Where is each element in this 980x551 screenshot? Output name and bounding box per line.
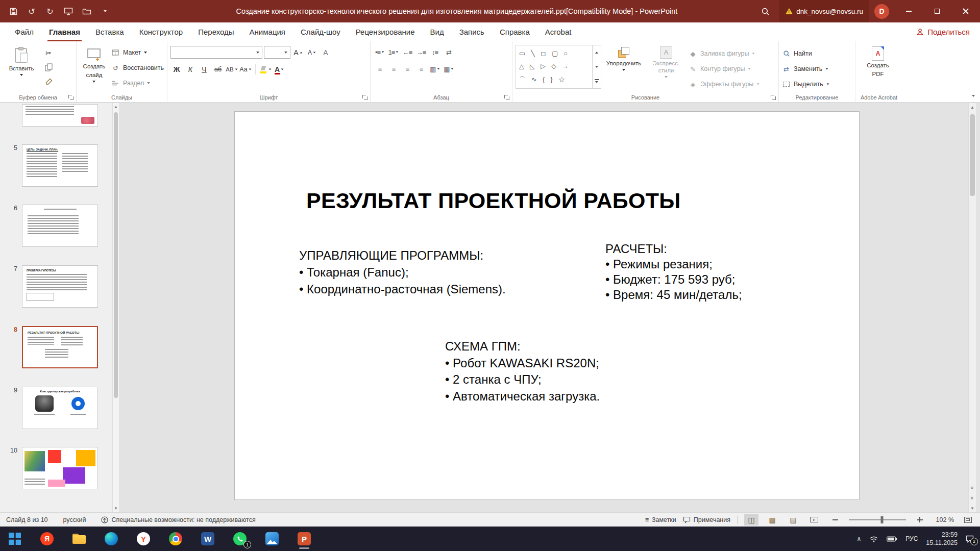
next-slide-button[interactable]: » [969, 495, 976, 501]
zoom-in-button[interactable] [913, 514, 927, 525]
scroll-down-icon[interactable]: ▼ [969, 506, 976, 511]
decrease-indent-button[interactable]: ←≡ [401, 46, 413, 58]
bullets-button[interactable]: •≡ [374, 46, 386, 58]
font-name-combobox[interactable] [170, 46, 262, 59]
battery-button[interactable] [887, 536, 897, 542]
slide-title[interactable]: РЕЗУЛЬТАТ ПРОЕКТНОЙ РАБОТЫ [306, 188, 681, 213]
file-explorer-button[interactable] [71, 529, 87, 549]
character-spacing-button[interactable]: АВ [226, 63, 238, 76]
justify-button[interactable]: ≡ [415, 63, 427, 75]
scrollbar-thumb[interactable] [970, 114, 975, 196]
notes-button[interactable]: ≡Заметки [645, 516, 676, 523]
maximize-button[interactable] [923, 0, 951, 22]
share-button[interactable]: Поделиться [916, 22, 970, 41]
cut-button[interactable]: ✂ [42, 47, 55, 59]
slide-thumbnail-9[interactable]: Конструкторская разработка [22, 387, 98, 429]
text-direction-button[interactable]: ⇄ [443, 46, 455, 58]
copy-button[interactable] [42, 61, 55, 73]
select-button[interactable]: Выделить [782, 78, 829, 91]
scroll-up-icon[interactable]: ▲ [969, 105, 976, 110]
save-button[interactable] [8, 6, 18, 16]
tab-help[interactable]: Справка [492, 22, 537, 41]
shapes-row-1[interactable]: ▭ ╲ ◻ ▢ ○ [519, 49, 589, 57]
new-slide-button[interactable]: Создать слайд [80, 45, 109, 83]
accessibility-checker[interactable]: Специальные возможности: не поддерживают… [101, 516, 255, 523]
shape-outline-button[interactable]: ✎ Контур фигуры [689, 62, 760, 76]
numbering-button[interactable]: 1≡ [387, 46, 400, 58]
shape-effects-button[interactable]: ◈ Эффекты фигуры [689, 78, 760, 91]
comments-button[interactable]: Примечания [683, 516, 730, 523]
slide-thumbnail-4[interactable] [22, 104, 98, 127]
start-button[interactable] [7, 529, 22, 549]
slide-thumbnail-7[interactable]: ПРОВЕРКА ГИПОТЕЗЫ [22, 265, 98, 308]
slide-sorter-view-button[interactable]: ▦ [765, 514, 779, 525]
clock[interactable]: 23:59 15.11.2025 [926, 531, 958, 547]
tab-view[interactable]: Вид [423, 22, 452, 41]
tab-home[interactable]: Главная [41, 22, 88, 41]
photos-button[interactable] [264, 529, 280, 549]
quick-styles-button[interactable]: А Экспресс-стили [646, 45, 686, 78]
slide-thumbnail-6[interactable] [22, 205, 98, 247]
grow-font-button[interactable]: А [292, 46, 304, 59]
bold-button[interactable]: Ж [170, 63, 183, 76]
paste-button[interactable]: Вставить [3, 45, 40, 76]
create-pdf-button[interactable]: A Создать PDF [859, 45, 897, 78]
section-button[interactable]: Раздел [111, 77, 164, 90]
change-case-button[interactable]: Аа [239, 63, 252, 76]
align-left-button[interactable]: ≡ [374, 63, 386, 75]
format-painter-button[interactable] [42, 76, 55, 88]
account-button[interactable]: ! dnk_novsu@novsu.ru [779, 0, 869, 22]
close-button[interactable] [951, 0, 980, 22]
tab-animations[interactable]: Анимация [242, 22, 293, 41]
yandex-browser-button[interactable]: Я [39, 529, 55, 549]
zoom-slider-thumb[interactable] [880, 516, 883, 523]
zoom-slider[interactable] [849, 519, 906, 520]
columns-button[interactable]: ▥ [429, 63, 441, 75]
normal-view-button[interactable]: ◫ [744, 514, 758, 525]
network-button[interactable] [869, 536, 878, 542]
hidden-icons-button[interactable]: ∧ [857, 535, 862, 542]
edge-button[interactable] [104, 529, 119, 549]
shrink-font-button[interactable]: А [306, 46, 318, 59]
notifications-button[interactable]: 2 [966, 535, 974, 543]
collapse-ribbon-button[interactable] [972, 90, 975, 99]
tab-record[interactable]: Запись [452, 22, 492, 41]
shapes-row-2[interactable]: △ ◺ ▷ ◇ → [519, 62, 589, 70]
language-indicator[interactable]: русский [63, 516, 86, 523]
scheme-textbox[interactable]: СХЕМА ГПМ: Робот KAWASAKI RS20N; 2 станк… [445, 338, 600, 405]
clear-formatting-button[interactable]: А [320, 46, 332, 59]
fit-to-window-button[interactable] [961, 514, 975, 525]
whatsapp-button[interactable]: 1 [232, 529, 248, 549]
tab-design[interactable]: Конструктор [132, 22, 191, 41]
chrome-button[interactable] [168, 529, 183, 549]
powerpoint-button[interactable]: P [297, 529, 312, 549]
yandex-app-button[interactable]: Y [136, 529, 151, 549]
tab-acrobat[interactable]: Acrobat [537, 22, 579, 41]
start-slideshow-button[interactable] [63, 6, 74, 16]
tab-review[interactable]: Рецензирование [348, 22, 423, 41]
slide-editor[interactable]: РЕЗУЛЬТАТ ПРОЕКТНОЙ РАБОТЫ УПРАВЛЯЮЩИЕ П… [234, 111, 860, 500]
clipboard-dialog-launcher[interactable] [68, 95, 74, 100]
slide-thumbnail-5[interactable]: ЦЕЛЬ, ЗАДАЧИ, ПЛАН: [22, 144, 98, 187]
drawing-dialog-launcher[interactable] [771, 95, 776, 100]
input-language-button[interactable]: РУС [905, 535, 918, 542]
scrollbar-thumb[interactable] [114, 112, 118, 398]
highlight-color-button[interactable] [259, 63, 272, 76]
canvas-scrollbar[interactable]: ▲ « » ▼ [968, 103, 976, 512]
calculations-textbox[interactable]: РАСЧЕТЫ: Режимы резания; Бюджет: 175 593… [605, 241, 742, 303]
redo-button[interactable]: ↻ [45, 6, 55, 16]
slide-thumbnail-10[interactable] [22, 447, 98, 489]
scroll-up-icon[interactable]: ▲ [113, 105, 119, 109]
avatar[interactable]: D [874, 4, 889, 19]
reset-slide-button[interactable]: ↺ Восстановить [111, 61, 164, 74]
tab-transitions[interactable]: Переходы [190, 22, 241, 41]
paragraph-dialog-launcher[interactable] [504, 95, 509, 100]
replace-button[interactable]: ⇄ Заменить [782, 62, 829, 76]
underline-button[interactable]: Ч [198, 63, 210, 76]
minimize-button[interactable] [894, 0, 923, 22]
previous-slide-button[interactable]: « [969, 485, 976, 491]
shapes-more-button[interactable] [593, 74, 601, 88]
open-file-button[interactable] [82, 6, 92, 16]
programs-textbox[interactable]: УПРАВЛЯЮЩИЕ ПРОГРАММЫ: Токарная (Fanuc);… [299, 247, 506, 297]
font-dialog-launcher[interactable] [362, 95, 368, 100]
